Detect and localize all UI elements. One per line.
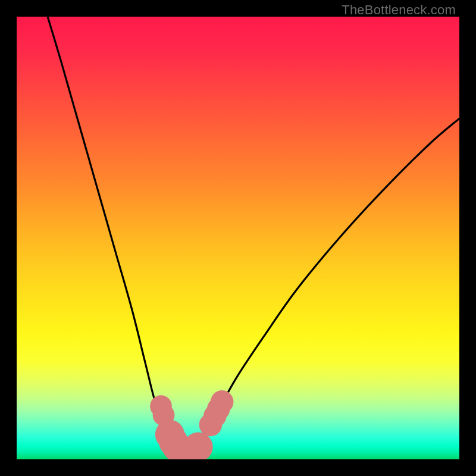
bottleneck-curve-left	[48, 17, 183, 455]
plot-area	[17, 17, 459, 459]
marker-group	[150, 390, 233, 459]
marker-dot	[211, 390, 234, 414]
chart-frame: TheBottleneck.com	[0, 0, 476, 476]
marker-dot	[183, 433, 212, 459]
chart-svg	[17, 17, 459, 459]
curve-group	[48, 17, 459, 455]
attribution-text: TheBottleneck.com	[342, 2, 456, 18]
